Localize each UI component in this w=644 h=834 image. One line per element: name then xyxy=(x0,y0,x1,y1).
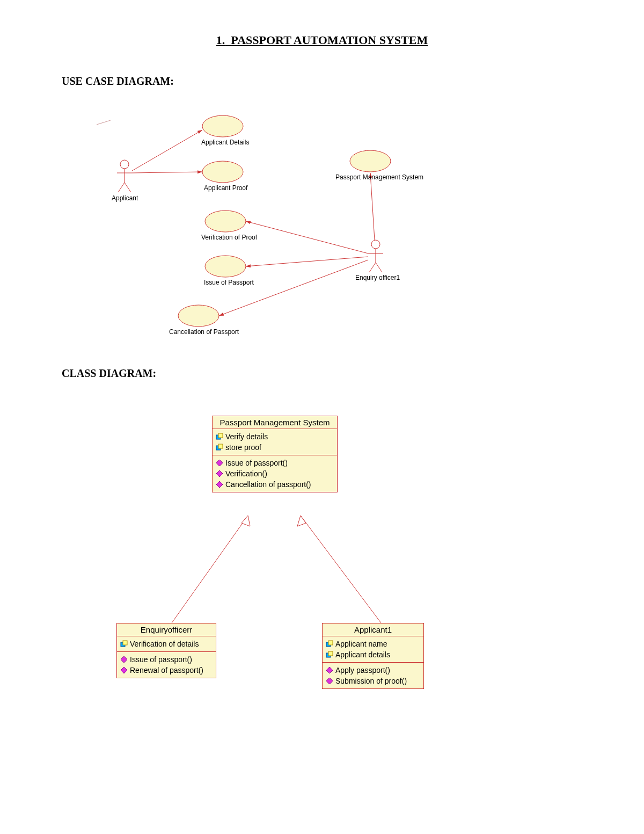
svg-point-0 xyxy=(120,160,129,169)
use-case-diagram: Applicant Enquiry officer1 Applicant Det… xyxy=(91,97,499,365)
class-attr-row: Verification of details xyxy=(120,639,213,649)
attr-text: Applicant name xyxy=(335,639,387,649)
stray-line xyxy=(97,120,111,125)
svg-line-3 xyxy=(118,183,125,192)
svg-line-8 xyxy=(369,263,376,272)
svg-marker-18 xyxy=(216,460,223,466)
attr-text: store proof xyxy=(225,442,261,453)
svg-rect-17 xyxy=(218,444,223,448)
usecase-verification xyxy=(205,211,246,232)
svg-marker-29 xyxy=(326,667,333,673)
attr-text: Verify details xyxy=(225,431,268,442)
class-pms: Passport Management System Verify detail… xyxy=(212,416,338,492)
usecase-applicant-details-label: Applicant Details xyxy=(201,139,249,146)
svg-marker-23 xyxy=(121,656,127,663)
class-officer-operations: Issue of passport() Renewal of passport(… xyxy=(117,652,216,678)
op-text: Verification() xyxy=(225,468,267,479)
svg-point-5 xyxy=(371,240,380,249)
gen-applicant-pms xyxy=(297,516,381,623)
op-text: Issue of passport() xyxy=(225,458,288,468)
doc-title-text: PASSPORT AUTOMATION SYSTEM xyxy=(231,33,428,47)
class-pms-name: Passport Management System xyxy=(213,416,337,429)
class-op-row: Renewal of passport() xyxy=(120,665,213,676)
svg-marker-19 xyxy=(216,470,223,477)
class-officer: Enquiryofficerr Verification of details … xyxy=(116,623,216,678)
class-op-row: Issue of passport() xyxy=(216,458,334,468)
attr-text: Verification of details xyxy=(130,639,199,649)
actor-officer-label: Enquiry officer1 xyxy=(355,274,400,281)
usecase-applicant-proof xyxy=(202,161,243,183)
heading-class: CLASS DIAGRAM: xyxy=(62,367,156,380)
doc-title: 1. PASSPORT AUTOMATION SYSTEM xyxy=(0,33,644,47)
class-officer-name: Enquiryofficerr xyxy=(117,623,216,636)
svg-marker-24 xyxy=(121,667,127,673)
class-applicant-attributes: Applicant name Applicant details xyxy=(323,636,423,663)
class-op-row: Issue of passport() xyxy=(120,654,213,665)
operation-icon xyxy=(326,666,333,674)
operation-icon xyxy=(216,481,223,488)
svg-marker-13 xyxy=(297,516,306,526)
gen-officer-pms xyxy=(172,516,250,623)
assoc-applicant-details xyxy=(132,130,202,171)
ucd-svg xyxy=(91,97,499,365)
usecase-verification-label: Verification of Proof xyxy=(201,234,257,241)
class-pms-attributes: Verify details store proof xyxy=(213,429,337,455)
actor-officer xyxy=(368,240,383,272)
svg-marker-11 xyxy=(241,516,250,526)
class-attr-row: Applicant details xyxy=(326,649,420,660)
usecase-pms xyxy=(350,150,391,172)
op-text: Submission of proof() xyxy=(335,676,407,686)
attribute-icon xyxy=(326,640,333,648)
class-op-row: Verification() xyxy=(216,468,334,479)
op-text: Cancellation of passport() xyxy=(225,479,311,490)
class-diagram: Passport Management System Verify detail… xyxy=(107,408,483,698)
svg-line-9 xyxy=(376,263,382,272)
svg-rect-26 xyxy=(328,641,333,645)
svg-rect-15 xyxy=(218,433,223,438)
usecase-applicant-proof-label: Applicant Proof xyxy=(204,184,247,192)
attribute-icon xyxy=(120,640,128,648)
actor-applicant-label: Applicant xyxy=(112,194,138,202)
op-text: Issue of passport() xyxy=(130,654,192,665)
attr-text: Applicant details xyxy=(335,649,390,660)
class-pms-operations: Issue of passport() Verification() Cance… xyxy=(213,455,337,492)
class-applicant-name: Applicant1 xyxy=(323,623,423,636)
attribute-icon xyxy=(216,433,223,440)
class-op-row: Cancellation of passport() xyxy=(216,479,334,490)
class-applicant: Applicant1 Applicant name Applicant deta… xyxy=(322,623,424,689)
svg-line-12 xyxy=(301,516,381,623)
operation-icon xyxy=(120,666,128,674)
attribute-icon xyxy=(326,651,333,658)
usecase-pms-label: Passport Management System xyxy=(335,173,423,181)
usecase-applicant-details xyxy=(202,115,243,137)
class-attr-row: store proof xyxy=(216,442,334,453)
usecase-issue-label: Issue of Passport xyxy=(204,279,254,286)
svg-line-4 xyxy=(125,183,131,192)
attribute-icon xyxy=(216,444,223,451)
operation-icon xyxy=(120,656,128,663)
op-text: Apply passport() xyxy=(335,665,390,676)
assoc-officer-pms xyxy=(370,173,375,240)
class-attr-row: Applicant name xyxy=(326,639,420,649)
assoc-officer-issue xyxy=(246,257,368,266)
usecase-issue xyxy=(205,256,246,277)
operation-icon xyxy=(326,677,333,685)
svg-rect-22 xyxy=(123,641,127,645)
heading-usecase: USE CASE DIAGRAM: xyxy=(62,75,174,88)
assoc-officer-verify xyxy=(246,221,368,253)
usecase-cancel-label: Cancellation of Passport xyxy=(169,328,239,336)
svg-line-10 xyxy=(172,516,248,623)
class-op-row: Submission of proof() xyxy=(326,676,420,686)
class-officer-attributes: Verification of details xyxy=(117,636,216,652)
actor-applicant xyxy=(117,160,132,192)
assoc-applicant-proof xyxy=(132,172,202,173)
class-op-row: Apply passport() xyxy=(326,665,420,676)
svg-rect-28 xyxy=(328,651,333,656)
svg-marker-30 xyxy=(326,678,333,684)
class-attr-row: Verify details xyxy=(216,431,334,442)
operation-icon xyxy=(216,459,223,467)
svg-marker-20 xyxy=(216,481,223,488)
doc-number: 1. xyxy=(216,33,225,47)
class-applicant-operations: Apply passport() Submission of proof() xyxy=(323,663,423,688)
op-text: Renewal of passport() xyxy=(130,665,203,676)
